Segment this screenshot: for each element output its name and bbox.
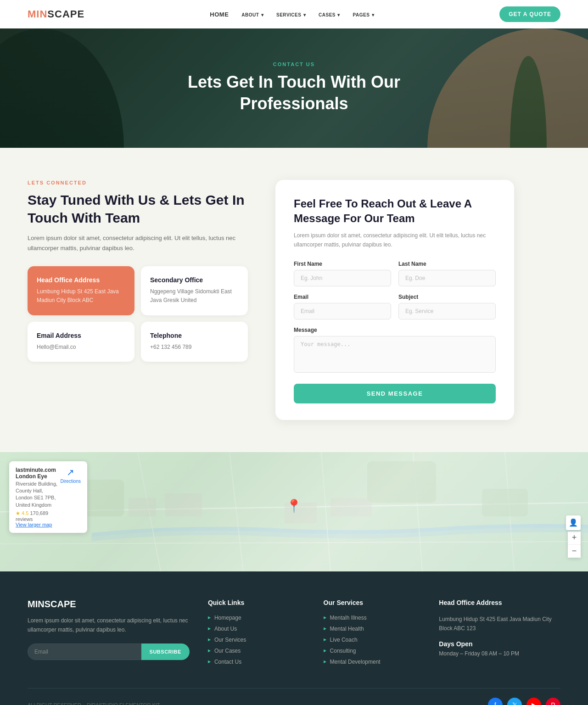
svg-rect-14 <box>330 498 372 516</box>
street-view-button[interactable]: 👤 <box>566 515 581 530</box>
footer-brand: MINSCAPE Lorem ipsum dolor sit amet, con… <box>28 599 190 670</box>
footer-address-text: Lumbung Hidup St 425 East Java Madiun Ci… <box>439 615 560 633</box>
list-item: Mentalh Illness <box>324 615 421 621</box>
form-row-email: Email Subject <box>294 294 496 319</box>
list-item: Mental Development <box>324 659 421 665</box>
list-item: Homepage <box>208 615 305 621</box>
nav-about[interactable]: ABOUT ▾ <box>241 11 263 18</box>
list-item: Contact Us <box>208 659 305 665</box>
list-item: About Us <box>208 626 305 632</box>
nav-pages[interactable]: PAGES ▾ <box>353 11 374 18</box>
svg-rect-9 <box>367 461 436 503</box>
head-office-title: Head Office Address <box>37 276 125 284</box>
svg-rect-12 <box>165 493 202 516</box>
telephone-card: Telephone +62 132 456 789 <box>141 322 248 362</box>
message-input[interactable] <box>294 336 496 373</box>
head-office-card: Head Office Address Lumbung Hidup St 425… <box>28 266 134 315</box>
directions-button[interactable]: ↗ Directions <box>61 467 81 484</box>
email-input[interactable] <box>294 303 391 319</box>
email-group: Email <box>294 294 391 319</box>
facebook-icon[interactable]: f <box>488 698 503 705</box>
contact-description: Lorem ipsum dolor sit amet, consectetur … <box>28 233 248 253</box>
footer-description: Lorem ipsum dolor sit amet, consectetur … <box>28 616 190 635</box>
contact-left: LETS CONNECTED Stay Tuned With Us & Lets… <box>28 180 248 362</box>
info-cards: Head Office Address Lumbung Hidup St 425… <box>28 266 248 362</box>
map-zoom-controls: + − <box>568 532 581 558</box>
footer-bottom: ALLRIGHT RESERVED – DIRASTUDIO ELEMENTOR… <box>28 698 560 705</box>
telephone-card-title: Telephone <box>150 332 239 339</box>
youtube-icon[interactable]: ▶ <box>526 698 541 705</box>
message-group: Message <box>294 327 496 373</box>
subject-group: Subject <box>398 294 496 319</box>
logo[interactable]: MINSCAPE <box>28 8 84 20</box>
map-placeholder: lastminute.com London Eye Riverside Buil… <box>0 452 588 571</box>
map-info-card: lastminute.com London Eye Riverside Buil… <box>9 461 87 533</box>
nav-services[interactable]: SERVICES ▾ <box>276 11 306 18</box>
quick-link-services[interactable]: Our Services <box>214 637 246 643</box>
footer-services: Our Services Mentalh Illness Mental Heal… <box>324 599 421 670</box>
service-live-coach[interactable]: Live Coach <box>330 637 358 643</box>
quick-link-contact[interactable]: Contact Us <box>214 659 241 665</box>
map-view-larger[interactable]: View larger map <box>16 522 61 527</box>
copyright-text: ALLRIGHT RESERVED – DIRASTUDIO ELEMENTOR… <box>28 702 160 705</box>
nav-links: HOME ABOUT ▾ SERVICES ▾ CASES ▾ PAGES ▾ <box>210 11 374 18</box>
footer-divider <box>28 688 560 688</box>
twitter-icon[interactable]: 𝕏 <box>507 698 522 705</box>
get-quote-button[interactable]: GET A QUOTE <box>499 6 560 22</box>
hero-title: Lets Get In Touch With Our Professionals <box>157 72 432 115</box>
service-mental-development[interactable]: Mental Development <box>330 659 381 665</box>
subscribe-button[interactable]: SUBSCRIBE <box>141 643 190 660</box>
map-card-address: Riverside Building, County Hall, London … <box>16 481 61 509</box>
footer-email-input[interactable] <box>28 643 141 660</box>
map-card-title: lastminute.com London Eye <box>16 467 61 480</box>
footer-days: Monday – Friday 08 AM – 10 PM <box>439 650 560 657</box>
social-icons: f 𝕏 ▶ P <box>488 698 560 705</box>
pinterest-icon[interactable]: P <box>546 698 560 705</box>
quick-link-cases[interactable]: Our Cases <box>214 648 241 654</box>
service-mental-health[interactable]: Mental Health <box>330 626 364 632</box>
footer-email-row: SUBSCRIBE <box>28 643 190 660</box>
footer: MINSCAPE Lorem ipsum dolor sit amet, con… <box>0 571 588 705</box>
quick-links-list: Homepage About Us Our Services Our Cases… <box>208 615 305 665</box>
service-mental-illness[interactable]: Mentalh Illness <box>330 615 367 621</box>
send-message-button[interactable]: SEND MESSAGE <box>294 384 496 403</box>
footer-quick-links: Quick Links Homepage About Us Our Servic… <box>208 599 305 670</box>
first-name-label: First Name <box>294 261 391 267</box>
map-card-rating: ★ 4.5 170,689 reviews <box>16 510 61 522</box>
first-name-input[interactable] <box>294 270 391 286</box>
list-item: Our Cases <box>208 648 305 654</box>
form-description: Lorem ipsum dolor sit amet, consectetur … <box>294 231 496 250</box>
quick-links-title: Quick Links <box>208 599 305 606</box>
services-list: Mentalh Illness Mental Health Live Coach… <box>324 615 421 665</box>
quick-link-about[interactable]: About Us <box>214 626 237 632</box>
secondary-office-title: Secondary Office <box>150 276 239 284</box>
subject-label: Subject <box>398 294 496 300</box>
list-item: Live Coach <box>324 637 421 643</box>
subject-input[interactable] <box>398 303 496 319</box>
footer-logo: MINSCAPE <box>28 599 190 610</box>
map-zoom-in[interactable]: + <box>568 532 581 544</box>
service-consulting[interactable]: Consulting <box>330 648 356 654</box>
section-tag: LETS CONNECTED <box>28 180 248 185</box>
email-label: Email <box>294 294 391 300</box>
svg-rect-10 <box>482 489 528 516</box>
hero-subtitle: CONTACT US <box>157 62 432 67</box>
nav-cases[interactable]: CASES ▾ <box>319 11 340 18</box>
quick-link-homepage[interactable]: Homepage <box>214 615 241 621</box>
map-pin: 📍 <box>286 498 302 513</box>
map-zoom-out[interactable]: − <box>568 545 581 558</box>
footer-days-title: Days Open <box>439 640 560 648</box>
hero-content: CONTACT US Lets Get In Touch With Our Pr… <box>157 62 432 115</box>
list-item: Mental Health <box>324 626 421 632</box>
svg-rect-11 <box>129 498 156 516</box>
footer-address-title: Head Office Address <box>439 599 560 606</box>
message-label: Message <box>294 327 496 333</box>
list-item: Consulting <box>324 648 421 654</box>
secondary-office-card: Secondary Office Nggepeng Village Sidomu… <box>141 266 248 315</box>
contact-section: LETS CONNECTED Stay Tuned With Us & Lets… <box>0 148 588 452</box>
last-name-group: Last Name <box>398 261 496 286</box>
nav-home[interactable]: HOME <box>210 11 229 18</box>
footer-grid: MINSCAPE Lorem ipsum dolor sit amet, con… <box>28 599 560 670</box>
last-name-input[interactable] <box>398 270 496 286</box>
hero-section: CONTACT US Lets Get In Touch With Our Pr… <box>0 28 588 148</box>
